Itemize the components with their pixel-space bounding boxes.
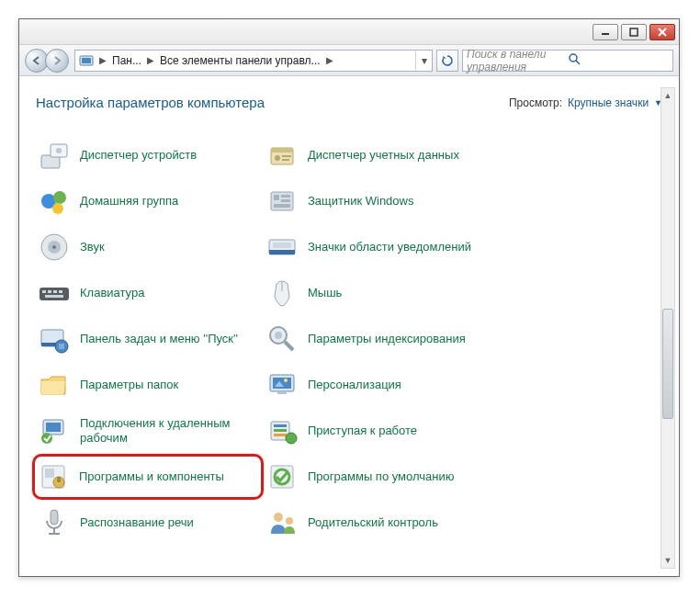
- breadcrumb-seg-1[interactable]: Пан...: [108, 51, 145, 71]
- svg-rect-20: [53, 290, 57, 293]
- svg-rect-19: [48, 290, 51, 293]
- keyboard-icon: [36, 275, 73, 311]
- cp-item-label: Параметры папок: [80, 378, 178, 392]
- svg-point-53: [275, 332, 282, 339]
- cp-item-taskbar-startmenu[interactable]: Панель задач и меню ''Пуск'': [36, 316, 264, 362]
- refresh-button[interactable]: [436, 50, 458, 72]
- maximize-button[interactable]: [621, 24, 647, 40]
- cp-item-notification-icons[interactable]: Значки области уведомлений: [264, 224, 491, 270]
- close-button[interactable]: [649, 24, 675, 40]
- svg-rect-46: [274, 204, 290, 208]
- svg-point-16: [52, 245, 56, 249]
- cp-item-remote-connections[interactable]: Подключения к удаленным рабочим: [36, 408, 264, 454]
- cp-item-label: Значки области уведомлений: [308, 240, 471, 254]
- minimize-button[interactable]: [593, 24, 618, 40]
- cp-item-label: Домашняя группа: [80, 194, 178, 209]
- cp-item-label: Параметры индексирования: [308, 332, 466, 346]
- svg-rect-31: [45, 469, 54, 478]
- view-selector[interactable]: Просмотр: Крупные значки ▼: [509, 96, 662, 109]
- svg-point-10: [56, 148, 62, 153]
- cp-item-default-programs[interactable]: Программы по умолчанию: [264, 454, 491, 500]
- breadcrumb[interactable]: ▶ Пан... ▶ Все элементы панели управл...…: [74, 50, 433, 72]
- cp-item-mouse[interactable]: Мышь: [264, 270, 491, 316]
- control-panel-icon: [77, 51, 96, 70]
- cp-item-personalization[interactable]: Персонализация: [264, 362, 491, 408]
- svg-rect-18: [42, 290, 46, 293]
- svg-point-13: [52, 203, 63, 214]
- svg-rect-1: [630, 28, 638, 36]
- svg-point-62: [286, 433, 297, 444]
- view-label: Просмотр:: [509, 96, 562, 109]
- svg-rect-17: [40, 288, 69, 300]
- scroll-thumb[interactable]: [662, 309, 673, 419]
- mouse-icon: [264, 275, 300, 311]
- cp-item-label: Приступая к работе: [308, 424, 417, 438]
- mic-icon: [36, 504, 73, 541]
- svg-rect-22: [45, 295, 63, 298]
- scrollbar[interactable]: ▲ ▼: [660, 87, 675, 569]
- cp-item-label: Защитник Windows: [308, 194, 413, 209]
- svg-rect-57: [277, 391, 287, 394]
- start-icon: [264, 412, 300, 449]
- chevron-right-icon: ▶: [145, 55, 156, 65]
- svg-point-6: [570, 54, 577, 62]
- cp-item-speech-recognition[interactable]: Распознавание речи: [36, 500, 264, 546]
- chevron-right-icon: ▶: [97, 55, 108, 65]
- page-title: Настройка параметров компьютера: [36, 95, 509, 110]
- scroll-down-button[interactable]: ▼: [661, 553, 674, 568]
- breadcrumb-dropdown[interactable]: ▾: [415, 51, 432, 71]
- svg-rect-48: [269, 250, 295, 254]
- taskbar-icon: [36, 321, 73, 357]
- svg-point-12: [53, 191, 66, 204]
- cp-item-keyboard[interactable]: Клавиатура: [36, 270, 264, 316]
- cp-item-credential-manager[interactable]: Диспетчер учетных данных: [264, 132, 491, 178]
- svg-rect-55: [273, 378, 291, 389]
- cp-item-label: Звук: [80, 240, 105, 254]
- svg-rect-33: [57, 477, 61, 482]
- control-panel-window: ▶ Пан... ▶ Все элементы панели управл...…: [18, 18, 680, 577]
- search-input[interactable]: Поиск в панели управления: [462, 50, 673, 72]
- cp-item-windows-defender[interactable]: Защитник Windows: [264, 178, 491, 224]
- items-grid: Диспетчер устройствДомашняя группаЗвукКл…: [36, 132, 662, 546]
- cp-item-device-manager[interactable]: Диспетчер устройств: [36, 132, 264, 178]
- personal-icon: [264, 367, 300, 403]
- cp-item-sound[interactable]: Звук: [36, 224, 264, 270]
- view-value: Крупные значки: [568, 96, 649, 109]
- svg-line-7: [576, 61, 580, 64]
- search-placeholder: Поиск в панели управления: [467, 48, 568, 73]
- svg-rect-21: [59, 290, 62, 293]
- homegroup-icon: [36, 183, 73, 220]
- programs-icon: [35, 458, 72, 495]
- cp-item-label: Родительский контроль: [308, 515, 438, 530]
- scroll-up-button[interactable]: ▲: [661, 88, 674, 103]
- cp-item-homegroup[interactable]: Домашняя группа: [36, 178, 264, 224]
- cp-item-getting-started[interactable]: Приступая к работе: [264, 408, 491, 454]
- svg-rect-45: [281, 199, 290, 202]
- svg-point-65: [274, 513, 283, 522]
- folder-icon: [36, 367, 73, 403]
- cp-item-label: Клавиатура: [80, 286, 144, 300]
- tray-icon: [264, 229, 300, 265]
- cp-item-label: Персонализация: [308, 378, 401, 392]
- cred-icon: [264, 137, 300, 174]
- svg-rect-59: [274, 424, 287, 427]
- cp-item-programs-features[interactable]: Программы и компоненты: [32, 454, 264, 500]
- svg-rect-28: [46, 423, 61, 432]
- svg-rect-44: [281, 195, 290, 198]
- cp-item-folder-options[interactable]: Параметры папок: [36, 362, 264, 408]
- cp-item-indexing-options[interactable]: Параметры индексирования: [264, 316, 491, 362]
- cp-item-parental-controls[interactable]: Родительский контроль: [264, 500, 491, 546]
- svg-rect-40: [282, 155, 291, 157]
- svg-rect-38: [271, 148, 293, 152]
- svg-rect-43: [274, 195, 279, 200]
- breadcrumb-seg-1-label: Пан...: [112, 54, 141, 67]
- svg-point-66: [286, 517, 293, 525]
- remote-icon: [36, 412, 73, 449]
- svg-rect-5: [82, 58, 91, 63]
- svg-rect-34: [51, 510, 58, 525]
- svg-point-39: [275, 155, 280, 161]
- breadcrumb-seg-2[interactable]: Все элементы панели управл...: [156, 51, 324, 71]
- cp-item-label: Подключения к удаленным рабочим: [80, 416, 264, 446]
- forward-button[interactable]: [45, 49, 69, 73]
- default-icon: [264, 458, 300, 495]
